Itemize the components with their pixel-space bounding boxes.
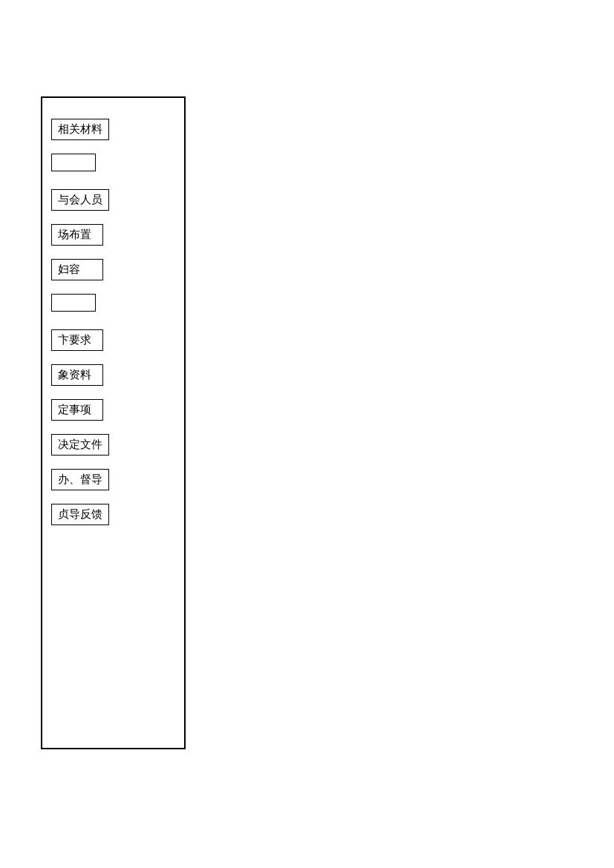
item-empty-2: [51, 294, 96, 312]
list-item[interactable]: 与会人员: [51, 189, 175, 211]
list-item[interactable]: [51, 154, 175, 171]
list-item[interactable]: 办、督导: [51, 469, 175, 490]
list-item[interactable]: 贞导反馈: [51, 504, 175, 525]
list-item[interactable]: 定事项: [51, 399, 175, 421]
item-label: 办、督导: [51, 469, 109, 490]
list-item[interactable]: 决定文件: [51, 434, 175, 456]
item-label: 象资料: [51, 364, 103, 386]
item-label: 定事项: [51, 399, 103, 421]
item-label: 场布置: [51, 224, 103, 246]
item-label: 与会人员: [51, 189, 109, 211]
menu-list: 相关材料 与会人员 场布置 妇容 卞要求 象资料: [42, 98, 184, 537]
list-item[interactable]: [51, 294, 175, 312]
item-label: 贞导反馈: [51, 504, 109, 525]
list-item[interactable]: 场布置: [51, 224, 175, 246]
list-item[interactable]: 妇容: [51, 259, 175, 280]
item-label: 相关材料: [51, 119, 109, 140]
item-empty-1: [51, 154, 96, 171]
main-panel: 相关材料 与会人员 场布置 妇容 卞要求 象资料: [41, 96, 186, 749]
item-label: 卞要求: [51, 329, 103, 351]
item-label: 妇容: [51, 259, 103, 280]
list-item[interactable]: 象资料: [51, 364, 175, 386]
list-item[interactable]: 相关材料: [51, 119, 175, 140]
item-label: 决定文件: [51, 434, 109, 456]
list-item[interactable]: 卞要求: [51, 329, 175, 351]
